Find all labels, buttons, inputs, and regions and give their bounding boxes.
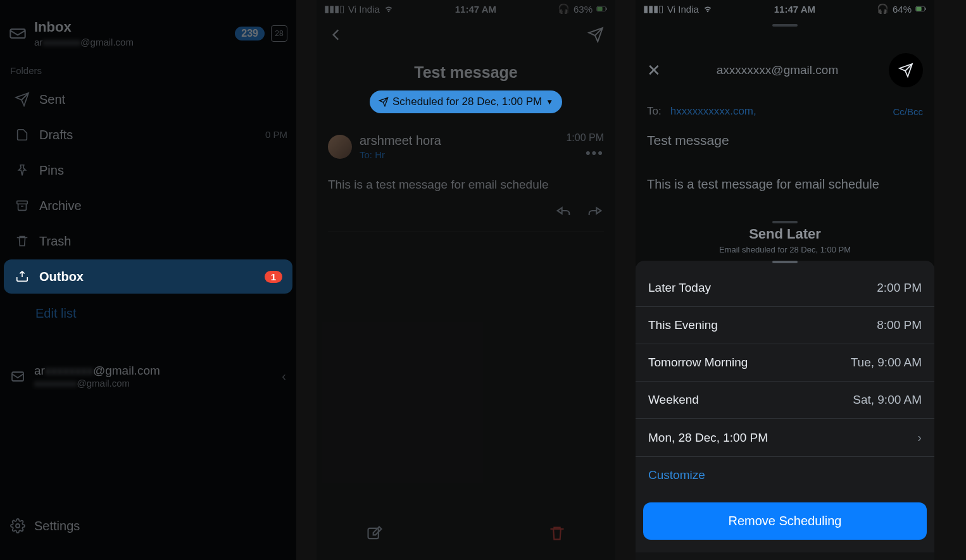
folder-drafts[interactable]: Drafts <box>4 118 292 152</box>
send-later-subtitle: Email sheduled for 28 Dec, 1:00 PM <box>636 245 934 254</box>
send-later-sheet: Later Today 2:00 PM This Evening 8:00 PM… <box>636 261 934 552</box>
account-icon <box>10 369 25 384</box>
option-label: Mon, 28 Dec, 1:00 PM <box>648 431 913 445</box>
trash-icon <box>14 233 30 249</box>
svg-rect-9 <box>925 8 925 10</box>
sender-name: arshmeet hora <box>360 134 566 148</box>
send-icon[interactable] <box>587 27 604 43</box>
option-this-evening[interactable]: This Evening 8:00 PM <box>636 307 934 344</box>
folder-label: Outbox <box>39 270 265 284</box>
option-time: Tue, 9:00 AM <box>851 356 922 370</box>
status-time: 11:47 AM <box>455 4 496 15</box>
account-row[interactable]: arxxxxxxxx@gmail.com xxxxxxxxx@gmail.com… <box>0 355 296 397</box>
folder-label: Trash <box>39 234 282 249</box>
compose-body[interactable]: This is a test message for email schedul… <box>636 154 934 215</box>
to-chip: hxxxxxxxxxx.com, <box>670 105 893 118</box>
account-secondary: xxxxxxxxx@gmail.com <box>34 378 282 389</box>
svg-rect-1 <box>12 372 23 381</box>
back-icon[interactable] <box>328 27 344 43</box>
drafts-time-peek: 0 PM <box>265 129 287 140</box>
option-time: 2:00 PM <box>877 281 922 295</box>
option-label: This Evening <box>648 318 877 332</box>
signal-icon: ▮▮▮▯ <box>324 3 344 15</box>
gear-icon <box>10 518 25 533</box>
sender-to: To: Hr <box>360 149 566 160</box>
folder-outbox[interactable]: Outbox 1 <box>4 259 292 294</box>
subject-field[interactable]: Test message <box>636 127 934 154</box>
folder-trash[interactable]: Trash <box>4 224 292 258</box>
svg-rect-0 <box>17 201 28 204</box>
drag-handle[interactable] <box>772 221 798 223</box>
svg-rect-8 <box>916 7 921 11</box>
signal-icon: ▮▮▮▯ <box>643 3 663 15</box>
status-bar: ▮▮▮▯ Vi India 11:47 AM 🎧 64% <box>636 0 934 18</box>
send-later-title: Send Later <box>636 226 934 242</box>
settings-label: Settings <box>34 519 80 533</box>
status-bar: ▮▮▮▯ Vi India 11:47 AM 🎧 63% <box>317 0 615 18</box>
drafts-icon <box>14 127 30 143</box>
headphone-icon: 🎧 <box>877 3 889 15</box>
option-time: Sat, 9:00 AM <box>853 393 922 407</box>
inbox-unread-badge: 239 <box>235 27 265 40</box>
edit-list-link[interactable]: Edit list <box>0 295 296 332</box>
option-label: Tomorrow Morning <box>648 356 851 370</box>
svg-rect-5 <box>606 8 606 10</box>
wifi-icon <box>384 4 394 14</box>
remove-scheduling-button[interactable]: Remove Scheduling <box>643 502 927 540</box>
close-icon[interactable]: ✕ <box>647 61 666 80</box>
folder-pins[interactable]: Pins <box>4 153 292 187</box>
avatar <box>328 135 352 159</box>
ccbcc-toggle[interactable]: Cc/Bcc <box>893 106 923 117</box>
scheduled-pill[interactable]: Scheduled for 28 Dec, 1:00 PM ▼ <box>370 90 562 113</box>
customize-link[interactable]: Customize <box>636 457 934 494</box>
delete-icon[interactable] <box>548 525 566 542</box>
more-icon[interactable]: ••• <box>566 145 604 161</box>
pin-icon <box>14 162 30 178</box>
outbox-count-badge: 1 <box>265 271 282 283</box>
battery-label: 63% <box>574 4 593 15</box>
option-tomorrow-morning[interactable]: Tomorrow Morning Tue, 9:00 AM <box>636 344 934 382</box>
option-label: Weekend <box>648 393 853 407</box>
sent-time: 1:00 PM <box>566 132 604 144</box>
settings-row[interactable]: Settings <box>0 509 296 542</box>
send-button[interactable] <box>889 53 923 87</box>
to-row[interactable]: To: hxxxxxxxxxx.com, Cc/Bcc <box>636 96 934 127</box>
option-label: Later Today <box>648 281 877 295</box>
option-later-today[interactable]: Later Today 2:00 PM <box>636 270 934 307</box>
sent-icon <box>14 91 30 108</box>
status-time: 11:47 AM <box>774 4 815 15</box>
inbox-subtitle: arxxxxxxxx@gmail.com <box>34 37 235 47</box>
compose-icon[interactable] <box>366 525 384 542</box>
chevron-right-icon: › <box>917 430 922 445</box>
scheduled-pill-label: Scheduled for 28 Dec, 1:00 PM <box>392 96 542 108</box>
screen-message-view: ▮▮▮▯ Vi India 11:47 AM 🎧 63% Test messag… <box>317 0 615 560</box>
reply-icon[interactable] <box>555 202 572 220</box>
svg-rect-4 <box>597 7 602 11</box>
folder-label: Archive <box>39 199 282 213</box>
carrier-label: Vi India <box>348 4 380 15</box>
to-label: To: <box>647 105 662 118</box>
svg-point-2 <box>16 524 20 528</box>
headphone-icon: 🎧 <box>558 3 570 15</box>
drag-handle[interactable] <box>772 261 798 263</box>
calendar-icon[interactable]: 28 <box>271 25 287 42</box>
folder-sent[interactable]: Sent <box>4 82 292 116</box>
folder-archive[interactable]: Archive <box>4 189 292 223</box>
screen-send-later-sheet: ▮▮▮▯ Vi India 11:47 AM 🎧 64% ✕ axxxxxxxx… <box>636 0 934 560</box>
battery-icon <box>596 3 608 15</box>
outbox-icon <box>14 268 30 285</box>
drag-handle[interactable] <box>772 24 798 27</box>
option-weekend[interactable]: Weekend Sat, 9:00 AM <box>636 382 934 419</box>
chevron-left-icon: ‹ <box>282 369 286 383</box>
battery-icon <box>915 3 927 15</box>
wifi-icon <box>703 4 713 14</box>
forward-icon[interactable] <box>586 202 604 220</box>
from-address: axxxxxxxx@gmail.com <box>666 63 889 77</box>
folder-label: Drafts <box>39 128 282 142</box>
carrier-label: Vi India <box>667 4 699 15</box>
battery-label: 64% <box>893 4 912 15</box>
option-custom-date[interactable]: Mon, 28 Dec, 1:00 PM › <box>636 419 934 457</box>
inbox-row[interactable]: Inbox arxxxxxxxx@gmail.com 239 28 <box>0 0 296 54</box>
folder-label: Pins <box>39 163 282 178</box>
message-title: Test message <box>317 52 615 90</box>
